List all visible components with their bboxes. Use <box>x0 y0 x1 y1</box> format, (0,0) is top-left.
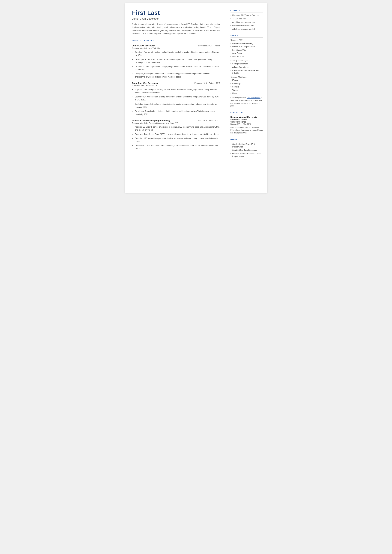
list-item: Developed 15 applications that tracked a… <box>132 58 220 64</box>
edu-awards: Awards: Resume Worded Teaching Fellow (o… <box>231 126 263 134</box>
list-item: Full Stack JAVA <box>231 49 263 51</box>
candidate-name: First Last <box>132 9 220 16</box>
skills-section: SKILLS Technical Skills:Frameworks (Adva… <box>231 35 263 107</box>
list-item: Servlets <box>231 86 263 88</box>
contact-item: github.com/resumeworded <box>231 28 263 30</box>
education-block: Resume Worded University Bachelor of Sci… <box>231 116 263 134</box>
skills-heading: SKILLS <box>231 35 263 38</box>
list-item: Designed, developed, and tested 32 web-b… <box>132 72 220 78</box>
list-item: Created 21 Java applications using Sprin… <box>132 65 220 71</box>
edu-school: Resume Worded University <box>231 116 263 118</box>
other-heading: OTHER <box>231 138 263 141</box>
education-section: EDUCATION Resume Worded University Bache… <box>231 111 263 134</box>
resume-document: First Last Junior Java Developer Junior … <box>125 3 267 193</box>
list-item: Spring Framework <box>231 63 263 65</box>
other-list: Oracle Certified Java SE 6 Programmer.Su… <box>231 143 263 158</box>
list-item: Java Spring <box>231 52 263 55</box>
list-item: Representational State Transfer (REST) <box>231 69 263 75</box>
list-item: Launched 14 websites that directly contr… <box>132 95 220 102</box>
list-item: Collaborated with 20 team members to des… <box>132 144 220 150</box>
edu-field: Computer Science <box>231 121 263 123</box>
other-item: Oracle Certified Java SE 6 Programmer. <box>231 143 263 148</box>
skills-list: Frameworks (Advanced)Restful APIS (Exper… <box>231 42 263 58</box>
list-item: Maven <box>231 92 263 95</box>
contact-item: Memphis, TN (Open to Remote) <box>231 14 263 17</box>
list-item: Bootstrap <box>231 82 263 85</box>
contact-item: linkedin.com/in/username <box>231 24 263 27</box>
job-bullets: Created 12 new systems that tracked the … <box>132 51 220 78</box>
list-item: Tomcat <box>231 89 263 91</box>
contact-item: email@resumeworded.com <box>231 21 263 24</box>
list-item: Restful APIS (Experienced) <box>231 45 263 48</box>
left-column: First Last Junior Java Developer Junior … <box>125 3 226 193</box>
list-item: Improved search engine visibility for a … <box>132 88 220 94</box>
contact-item: +1-234-456-789 <box>231 18 263 20</box>
right-column: CONTACT Memphis, TN (Open to Remote)+1-2… <box>226 3 267 193</box>
list-item: Jakarta Persistence <box>231 66 263 69</box>
education-heading: EDUCATION <box>231 111 263 114</box>
job-company: Growthsi, San Francisco, CA <box>132 85 220 87</box>
resume-worded-link[interactable]: Resume Worded <box>247 97 260 98</box>
skills-list: Spring FrameworkJakarta PersistenceRepre… <box>231 63 263 74</box>
list-item: Frameworks (Advanced) <box>231 42 263 45</box>
skills-category-label: Tools and Software: <box>231 76 263 78</box>
job-header: Junior Java DeveloperNovember 2015 – Pre… <box>132 44 220 47</box>
list-item: Coded embedded stylesheets into existing… <box>132 103 220 109</box>
contact-section: CONTACT Memphis, TN (Open to Remote)+1-2… <box>231 9 263 30</box>
job-dates: February 2013 – October 2015 <box>194 82 220 84</box>
list-item: Created 12 new systems that tracked the … <box>132 51 220 57</box>
list-item: Assisted 25 junior & senior employees in… <box>132 126 220 132</box>
skills-container: Technical Skills:Frameworks (Advanced)Re… <box>231 39 263 95</box>
skills-list: jQueryBootstrapServletsTomcatMaven <box>231 79 263 95</box>
candidate-title: Junior Java Developer <box>132 17 220 20</box>
list-item: jQuery <box>231 79 263 82</box>
skills-category-label: Technical Skills: <box>231 39 263 41</box>
job-title: Front End Web Developer <box>132 82 158 84</box>
edu-degree: Bachelor of Science <box>231 119 263 121</box>
job-block: Graduate Java Developer (Internship)June… <box>132 119 220 150</box>
job-bullets: Improved search engine visibility for a … <box>132 88 220 116</box>
job-block: Junior Java DeveloperNovember 2015 – Pre… <box>132 44 220 78</box>
contact-list: Memphis, TN (Open to Remote)+1-234-456-7… <box>231 14 263 30</box>
job-company: Resume Worded, New York, NY <box>132 47 220 49</box>
job-dates: June 2010 – January 2013 <box>198 119 220 122</box>
work-experience-heading: WORK EXPERIENCE <box>132 40 220 43</box>
job-company: Resume Worded's Exciting Company, New Yo… <box>132 122 220 124</box>
job-dates: November 2015 – Present <box>198 45 220 47</box>
other-item: Sun Certified Java Developer. <box>231 149 263 152</box>
skills-category-label: Industry Knowledge: <box>231 60 263 62</box>
contact-heading: CONTACT <box>231 9 263 13</box>
resume-worded-note: • Don't forget to use Resume Worded to s… <box>231 96 263 107</box>
jobs-container: Junior Java DeveloperNovember 2015 – Pre… <box>132 44 220 150</box>
job-bullets: Assisted 25 junior & senior employees in… <box>132 126 220 150</box>
job-block: Front End Web DeveloperFebruary 2013 – O… <box>132 82 220 116</box>
other-item: Oracle Certified Professional Java Progr… <box>231 152 263 158</box>
list-item: Deployed Java Server Page (JSP) to help … <box>132 133 220 136</box>
list-item: Developed 7 application interfaces that … <box>132 110 220 116</box>
edu-date: Boston, MA — May 2010 <box>231 123 263 125</box>
candidate-summary: Junior java developer with 10 years of e… <box>132 23 220 35</box>
other-section: OTHER Oracle Certified Java SE 6 Program… <box>231 138 263 158</box>
job-title: Junior Java Developer <box>132 44 155 47</box>
list-item: Compiled 120 bi-weekly reports that the … <box>132 137 220 143</box>
list-item: Web Services <box>231 55 263 58</box>
job-header: Front End Web DeveloperFebruary 2013 – O… <box>132 82 220 84</box>
job-header: Graduate Java Developer (Internship)June… <box>132 119 220 122</box>
job-title: Graduate Java Developer (Internship) <box>132 119 170 122</box>
